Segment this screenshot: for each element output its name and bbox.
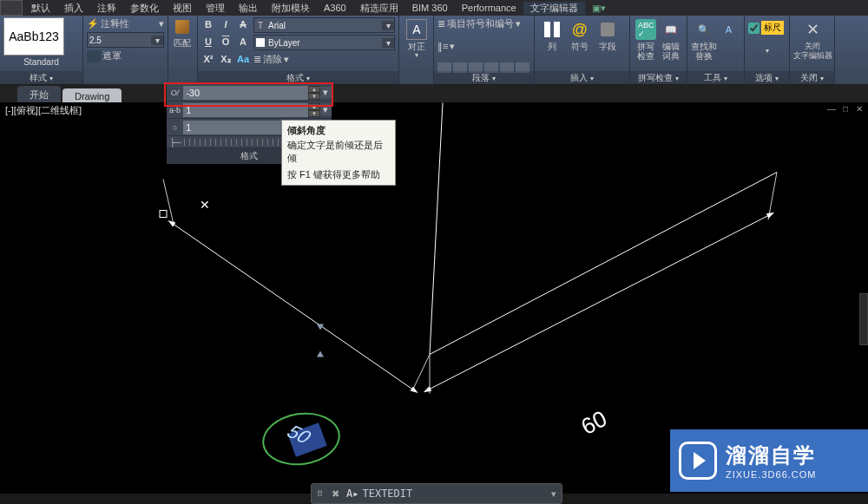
svg-line-10	[768, 173, 777, 220]
oblique-input[interactable]	[183, 86, 308, 100]
chevron-down-icon[interactable]: ▾	[415, 51, 418, 59]
overline-button[interactable]: O	[219, 35, 233, 49]
layer-combo[interactable]: ByLayer▾	[253, 35, 395, 50]
panel-options: 标尺 ▾ 选项	[745, 16, 790, 85]
underline-button[interactable]: U	[201, 35, 215, 49]
style-name[interactable]: Standard	[3, 57, 79, 67]
chevron-down-icon[interactable]: ▾	[320, 87, 332, 98]
spellcheck-button[interactable]: ABC✓拼写 检查	[634, 17, 659, 73]
menu-performance[interactable]: Performance	[455, 3, 523, 13]
match-button[interactable]: 匹配	[172, 17, 193, 52]
panel-style: AaBb123 Standard 样式	[0, 16, 83, 85]
brush-icon	[175, 20, 189, 34]
chevron-down-icon[interactable]: ▾	[382, 38, 394, 48]
aa-button[interactable]: Aa	[236, 52, 250, 66]
italic-button[interactable]: I	[219, 17, 233, 31]
column-button[interactable]: 列	[538, 17, 566, 73]
bold-button[interactable]: B	[201, 17, 215, 31]
align-icon: A	[406, 19, 427, 40]
close-editor-button[interactable]: ✕关闭 文字编辑器	[793, 17, 832, 61]
annotative-icon: ⚡	[87, 18, 99, 29]
chevron-down-icon[interactable]: ▾	[159, 18, 164, 29]
chevron-down-icon[interactable]: ▾	[748, 47, 786, 55]
panel-tools-title[interactable]: 工具	[687, 71, 744, 85]
menu-insert[interactable]: 插入	[57, 2, 90, 15]
edit-dict-button[interactable]: 📖编辑 词典	[659, 17, 684, 73]
oblique-spinner[interactable]: ▲▼	[308, 86, 319, 100]
menu-annotate[interactable]: 注释	[90, 2, 123, 15]
menu-expand-icon[interactable]: ▣▾	[585, 3, 613, 14]
tab-start[interactable]: 开始	[17, 86, 61, 104]
field-button[interactable]: 字段	[594, 17, 621, 73]
gear-icon[interactable]: ✖	[327, 488, 343, 500]
chevron-down-icon[interactable]: ▾	[516, 18, 521, 29]
menu-manage[interactable]: 管理	[199, 2, 232, 15]
field-icon	[597, 19, 618, 40]
tracking-spinner[interactable]: ▲▼	[308, 103, 319, 117]
panel-match: 匹配	[168, 16, 198, 85]
text-height-combo[interactable]: 2.5▾	[87, 32, 164, 48]
ruler-checkbox[interactable]	[748, 23, 760, 34]
svg-marker-14	[317, 351, 324, 357]
chevron-down-icon[interactable]: ▾	[151, 36, 163, 45]
watermark-url: ZIXUE.3D66.COM	[726, 469, 816, 480]
file-tabs: 开始 Drawing	[0, 85, 868, 104]
menu-parametric[interactable]: 参数化	[123, 2, 166, 15]
color-swatch-icon	[256, 38, 265, 47]
panel-options-title[interactable]: 选项	[745, 71, 789, 85]
menu-addins[interactable]: 附加模块	[265, 2, 317, 15]
mask-label[interactable]: 遮罩	[102, 49, 122, 62]
align-button[interactable]: A 对正 ▾	[403, 17, 431, 59]
svg-rect-1	[554, 22, 560, 37]
annotative-label[interactable]: 注释性	[101, 17, 157, 30]
grip-icon[interactable]: ⠿	[312, 489, 327, 499]
tooltip-body: 确定文字是前倾还是后倾	[287, 139, 390, 165]
panel-close-title: 关闭	[790, 71, 834, 85]
chevron-down-icon[interactable]: ▾	[546, 488, 562, 500]
symbol-button[interactable]: @符号	[566, 17, 594, 73]
command-line[interactable]: ⠿ ✖ A▸ TEXTEDIT ▾	[311, 483, 562, 504]
superscript-button[interactable]: X²	[201, 52, 215, 66]
more-tools-button[interactable]: A	[717, 17, 740, 73]
panel-insert-title[interactable]: 插入	[535, 71, 629, 85]
menu-bim360[interactable]: BIM 360	[405, 3, 455, 13]
ribbon: AaBb123 Standard 样式 ⚡注释性▾ 2.5▾ 遮罩 匹配 B I…	[0, 16, 868, 85]
find-label: 查找和 替换	[691, 42, 717, 61]
menu-featured[interactable]: 精选应用	[353, 2, 405, 15]
menu-output[interactable]: 输出	[232, 2, 265, 15]
panel-insert: 列 @符号 字段 插入	[535, 16, 630, 85]
side-palette-handle[interactable]	[859, 293, 868, 345]
panel-style-title[interactable]: 样式	[0, 71, 82, 85]
tracking-input[interactable]	[183, 103, 308, 117]
chevron-down-icon[interactable]: ▾	[450, 41, 455, 52]
find-replace-button[interactable]: 🔍查找和 替换	[691, 17, 717, 73]
style-preview[interactable]: AaBb123	[3, 17, 64, 56]
oblique-row: O/ ▲▼ ▾	[167, 84, 332, 101]
menu-texteditor[interactable]: 文字编辑器	[523, 2, 585, 15]
subscript-button[interactable]: X₂	[219, 52, 233, 66]
menubar: 默认 插入 注释 参数化 视图 管理 输出 附加模块 A360 精选应用 BIM…	[0, 0, 868, 16]
panel-format-title[interactable]: 格式	[198, 71, 398, 85]
command-text[interactable]: TEXTEDIT	[362, 488, 412, 500]
font-combo[interactable]: TArial▾	[253, 17, 395, 33]
strike-button[interactable]: A	[236, 17, 250, 31]
bullets-button[interactable]: 项目符号和编号	[447, 17, 514, 30]
tooltip-oblique: 倾斜角度 确定文字是前倾还是后倾 按 F1 键获得更多帮助	[281, 120, 396, 186]
watermark-brand: 溜溜自学	[726, 442, 816, 469]
clear-button[interactable]: 清除	[263, 53, 282, 66]
font-value: Arial	[266, 21, 382, 30]
chevron-down-icon[interactable]: ▾	[320, 104, 332, 115]
panel-spell-title[interactable]: 拼写检查	[630, 71, 687, 85]
svg-rect-0	[544, 22, 550, 37]
chevron-down-icon[interactable]: ▾	[284, 54, 289, 65]
menu-a360[interactable]: A360	[317, 3, 353, 13]
panel-annotative: ⚡注释性▾ 2.5▾ 遮罩	[83, 16, 168, 85]
menu-view[interactable]: 视图	[166, 2, 199, 15]
panel-paragraph-title[interactable]: 段落	[434, 71, 534, 85]
chevron-down-icon[interactable]: ▾	[382, 21, 394, 30]
menu-default[interactable]: 默认	[24, 2, 57, 15]
case-button[interactable]: A	[236, 35, 250, 49]
app-icon[interactable]	[0, 0, 23, 16]
command-prompt-icon: A▸	[343, 488, 362, 500]
line-spacing-icon[interactable]: ‖≡	[437, 41, 448, 52]
